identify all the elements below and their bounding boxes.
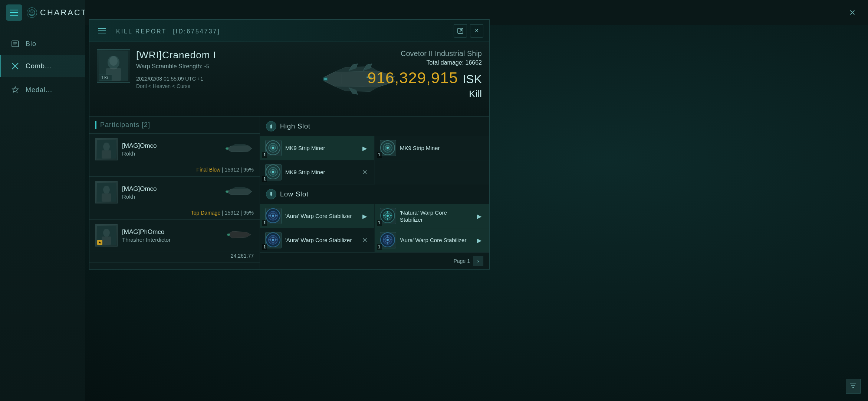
- sidebar-bio-label: Bio: [26, 40, 36, 48]
- modal-menu-button[interactable]: [95, 24, 109, 38]
- modal-header: KILL REPORT [ID:6754737] ×: [89, 20, 489, 42]
- slot-item-high-1: 1 MK9 Strip Miner ▶: [260, 136, 375, 160]
- final-blow-label: Final Blow: [197, 167, 221, 173]
- sidebar-header: CHARACTER: [0, 0, 85, 25]
- slot-item-status-high-3: ✕: [360, 168, 369, 177]
- slot-item-status-low-4: ▶: [475, 236, 484, 245]
- modal-title: KILL REPORT [ID:6754737]: [113, 26, 449, 36]
- participant-damage-1: |: [222, 167, 225, 173]
- svg-point-33: [103, 229, 110, 237]
- participants-title: Participants [2]: [95, 121, 254, 129]
- svg-rect-30: [102, 193, 111, 202]
- warp-core-icon-2: [265, 232, 282, 248]
- modal-actions: ×: [454, 24, 483, 38]
- strip-miner-icon-1: [265, 140, 282, 156]
- svg-point-51: [272, 215, 274, 217]
- slot-item-name-high-2: MK9 Strip Miner: [400, 144, 484, 152]
- isk-value: 916,329,915: [367, 69, 458, 87]
- kill-type-label: Kill: [367, 88, 482, 100]
- kill-stats: Covetor II Industrial Ship Total damage:…: [367, 49, 482, 100]
- medals-icon: [10, 85, 20, 95]
- high-slot-items: 1 MK9 Strip Miner ▶: [260, 136, 489, 185]
- damage-line: Total damage: 16662: [367, 59, 482, 66]
- natura-icon-1: [380, 208, 396, 224]
- sidebar-item-medals[interactable]: Medal...: [0, 79, 85, 101]
- kill-report-modal: KILL REPORT [ID:6754737] ×: [89, 19, 490, 270]
- page-label: Page 1: [454, 258, 470, 264]
- slot-item-status-low-3: ✕: [360, 236, 369, 245]
- modal-columns: Participants [2] [MAG]Omco: [89, 116, 489, 269]
- sidebar: CHARACTER Bio Comb..: [0, 0, 85, 401]
- main-close-button[interactable]: ×: [846, 6, 859, 19]
- participant-row: [MAG]Omco Rokh: [89, 134, 260, 165]
- slot-item-low-4: 1: [375, 228, 489, 252]
- slot-item-name-high-1: MK9 Strip Miner: [285, 144, 356, 152]
- filter-button[interactable]: [846, 379, 861, 394]
- participant-ship-icon-3: [224, 228, 254, 243]
- isk-label: ISK: [463, 72, 482, 86]
- strip-miner-icon-3: [265, 164, 282, 180]
- combat-icon: [10, 61, 20, 71]
- svg-point-27: [226, 147, 228, 150]
- sidebar-nav: Bio Comb... Medal...: [0, 25, 85, 108]
- sidebar-menu-button[interactable]: [6, 4, 22, 21]
- participant-name-3: [MAG]PhOmco: [122, 228, 220, 236]
- participant-avatar-1: [95, 138, 118, 160]
- high-slot-title: High Slot: [280, 123, 310, 130]
- participant-stats-2: Top Damage | 15912 | 95%: [89, 208, 260, 220]
- page-next-button[interactable]: ›: [473, 256, 483, 266]
- strip-miner-icon-2: [380, 140, 396, 156]
- svg-marker-8: [12, 87, 18, 92]
- svg-point-41: [272, 147, 274, 149]
- svg-point-25: [103, 143, 110, 151]
- slot-item-high-3: 1 MK9 Strip Miner ✕: [260, 160, 375, 185]
- character-icon: [27, 7, 37, 18]
- participants-header: Participants [2]: [89, 117, 260, 134]
- sidebar-combat-label: Comb...: [26, 62, 52, 70]
- svg-point-31: [226, 190, 228, 193]
- svg-rect-34: [102, 237, 111, 245]
- sidebar-item-combat[interactable]: Comb...: [0, 55, 85, 77]
- svg-text:★: ★: [98, 241, 101, 244]
- sidebar-item-bio[interactable]: Bio: [0, 33, 85, 55]
- slot-item-status-low-1: ▶: [360, 212, 369, 221]
- participant-info-2: [MAG]Omco Rokh: [122, 185, 220, 200]
- svg-rect-26: [102, 150, 111, 159]
- bio-icon: [10, 39, 20, 49]
- slot-item-status-high-1: ▶: [360, 144, 369, 153]
- isk-display: 916,329,915 ISK: [367, 69, 482, 87]
- ship-type: Covetor II Industrial Ship: [367, 49, 482, 58]
- participant-info-3: [MAG]PhOmco Thrasher Interdictor: [122, 228, 220, 243]
- svg-point-1: [31, 11, 33, 13]
- svg-point-44: [387, 147, 389, 149]
- participant-info-1: [MAG]Omco Rokh: [122, 142, 220, 157]
- svg-point-47: [272, 171, 274, 173]
- participant-stats-3: 24,261.77: [89, 251, 260, 263]
- participants-column: Participants [2] [MAG]Omco: [89, 117, 260, 269]
- svg-point-29: [103, 186, 110, 194]
- participant-ship-3: Thrasher Interdictor: [122, 237, 220, 243]
- kill-info-section: 1 Kill [WRI]Cranedom I Warp Scramble Str…: [89, 42, 489, 116]
- svg-point-58: [387, 215, 389, 217]
- participant-ship-icon-1: [224, 142, 254, 157]
- slot-item-name-low-4: 'Aura' Warp Core Stabilizer: [400, 237, 471, 244]
- modal-export-button[interactable]: [454, 24, 467, 38]
- slot-item-low-2: 1: [375, 204, 489, 228]
- slot-item-name-low-2: 'Natura' Warp Core Stabilizer: [400, 209, 471, 224]
- participant-row-2: [MAG]Omco Rokh: [89, 177, 260, 208]
- participant-stats-1: Final Blow | 15912 | 95%: [89, 165, 260, 177]
- modal-close-button[interactable]: ×: [470, 24, 483, 38]
- top-damage-label: Top Damage: [191, 210, 220, 216]
- slot-item-name-low-3: 'Aura' Warp Core Stabilizer: [285, 237, 356, 244]
- slot-item-name-high-3: MK9 Strip Miner: [285, 169, 356, 176]
- participant-row-3: ★ [MAG]PhOmco Thrasher Interdictor: [89, 220, 260, 251]
- slot-item-low-1: 1: [260, 204, 375, 228]
- slot-item-status-low-2: ▶: [475, 212, 484, 221]
- svg-line-10: [460, 30, 462, 32]
- slots-footer: Page 1 ›: [260, 252, 489, 269]
- slots-column: High Slot 1 MK9 St: [260, 117, 489, 269]
- participant-ship-1: Rokh: [122, 150, 220, 157]
- svg-point-17: [324, 78, 327, 80]
- svg-point-65: [272, 239, 274, 241]
- sidebar-medals-label: Medal...: [26, 86, 52, 94]
